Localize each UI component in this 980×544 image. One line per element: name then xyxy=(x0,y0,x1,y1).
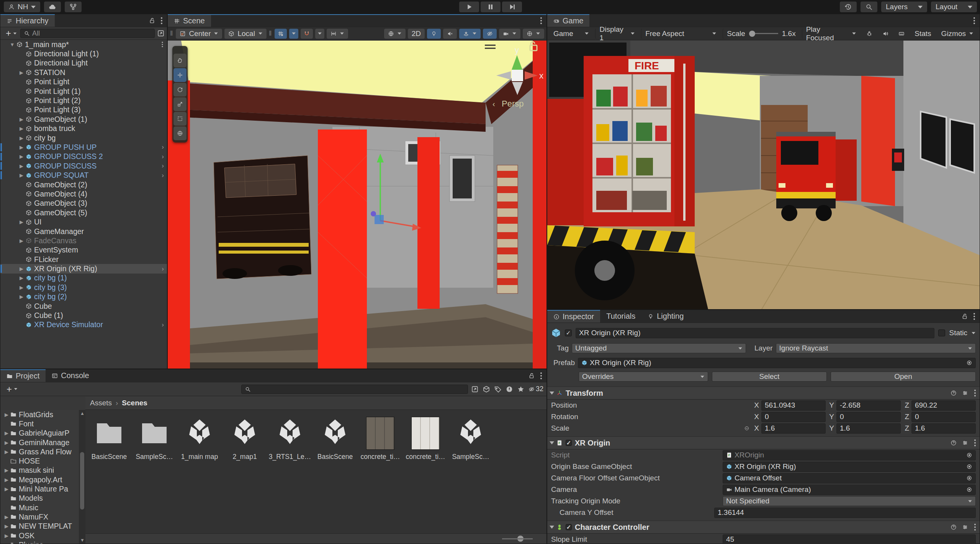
tab-hierarchy[interactable]: Hierarchy xyxy=(0,14,55,27)
debug-button[interactable] xyxy=(862,29,876,39)
snap-increment-dropdown[interactable] xyxy=(327,29,348,39)
scale-slider-knob[interactable] xyxy=(749,31,755,37)
rotation-x-field[interactable]: 0 xyxy=(761,412,826,422)
focus-mode-dropdown[interactable]: Play Focused xyxy=(802,29,861,39)
preset-icon[interactable] xyxy=(962,440,968,446)
project-folder-models[interactable]: Models xyxy=(0,494,79,503)
hierarchy-item[interactable]: ▶city bg xyxy=(0,133,167,143)
hierarchy-item[interactable]: ▶bomba truck xyxy=(0,124,167,133)
expand-arrow-icon[interactable]: ▶ xyxy=(3,533,10,539)
component-enabled-checkbox[interactable]: ✓ xyxy=(566,524,572,530)
project-folder-hose[interactable]: HOSE xyxy=(0,456,79,465)
scene-audio-toggle[interactable] xyxy=(443,29,457,39)
project-folder-new-templat[interactable]: ▶NEW TEMPLAT xyxy=(0,522,79,531)
fold-arrow-icon[interactable] xyxy=(550,392,554,395)
favorites-icon[interactable] xyxy=(517,385,525,393)
hierarchy-item[interactable]: ▶STATION xyxy=(0,68,167,77)
scene-menu-button[interactable] xyxy=(540,16,543,25)
expand-arrow-icon[interactable]: ▶ xyxy=(17,116,26,122)
asset-texture-light[interactable]: concrete_ti… xyxy=(407,417,444,461)
asset-texture-dark[interactable]: concrete_ti… xyxy=(362,417,399,461)
project-folder-namufx[interactable]: ▶NamuFX xyxy=(0,512,79,521)
game-target-dropdown[interactable]: Game xyxy=(550,29,593,39)
tab-lighting[interactable]: Lighting xyxy=(641,310,690,323)
expand-arrow-icon[interactable]: ▶ xyxy=(17,172,26,178)
object-field[interactable]: XR Origin (XR Rig) xyxy=(723,462,976,472)
expand-arrow-icon[interactable]: ▶ xyxy=(3,486,10,492)
game-audio-toggle[interactable] xyxy=(879,29,892,39)
tab-game[interactable]: Game xyxy=(547,14,589,27)
prefab-select-button[interactable]: Select xyxy=(712,372,827,382)
snap-toggle[interactable] xyxy=(301,29,313,39)
tab-scene[interactable]: Scene xyxy=(168,14,211,27)
object-picker-icon[interactable] xyxy=(966,452,972,458)
scene-viewport[interactable]: y x Persp ‹ xyxy=(168,41,546,369)
expand-arrow-icon[interactable]: ▶ xyxy=(3,430,10,436)
expand-arrow-icon[interactable]: ▶ xyxy=(3,440,10,446)
object-field[interactable]: Camera Offset xyxy=(723,473,976,483)
expand-arrow-icon[interactable]: ▶ xyxy=(3,449,10,455)
component-menu-button[interactable] xyxy=(973,389,977,397)
hierarchy-item[interactable]: FLicker xyxy=(0,255,167,264)
hierarchy-item[interactable]: Directional Light xyxy=(0,59,167,68)
asset-folder[interactable]: BasicScene xyxy=(91,417,128,461)
object-picker-icon[interactable] xyxy=(966,487,972,493)
layout-dropdown[interactable]: Layout xyxy=(931,2,977,12)
view-tool-button[interactable] xyxy=(173,54,187,67)
gizmos-dropdown[interactable] xyxy=(523,29,544,39)
hierarchy-item[interactable]: ▶UI xyxy=(0,217,167,226)
component-menu-button[interactable] xyxy=(973,523,977,531)
object-picker-icon[interactable] xyxy=(966,464,972,470)
hidden-count-badge[interactable]: 32 xyxy=(528,385,543,393)
cloud-button[interactable] xyxy=(44,2,61,12)
expand-arrow-icon[interactable]: ▶ xyxy=(17,219,26,225)
asset-label-icon[interactable] xyxy=(494,385,502,393)
tab-inspector[interactable]: Inspector xyxy=(547,310,600,323)
display-dropdown[interactable]: Display 1 xyxy=(595,29,639,39)
2d-toggle[interactable]: 2D xyxy=(408,29,425,39)
scene-options-button[interactable] xyxy=(161,41,164,48)
project-folder-geminimanage[interactable]: ▶GeminiManage xyxy=(0,438,79,447)
pause-button[interactable] xyxy=(481,2,501,12)
hierarchy-item[interactable]: XR Device Simulator› xyxy=(0,320,167,329)
hierarchy-item[interactable]: Directional Light (1) xyxy=(0,49,167,58)
log-type-icon[interactable] xyxy=(506,385,513,393)
aspect-dropdown[interactable]: Free Aspect xyxy=(641,29,720,39)
hierarchy-item[interactable]: Cube (1) xyxy=(0,311,167,320)
layer-dropdown[interactable]: Ignore Raycast xyxy=(776,343,976,353)
prefab-chevron-icon[interactable]: › xyxy=(162,143,164,151)
hierarchy-item[interactable]: ▶city bg (2) xyxy=(0,292,167,301)
game-menu-button[interactable] xyxy=(973,16,976,25)
inspector-menu-button[interactable] xyxy=(973,312,976,321)
prefab-object-field[interactable]: XR Origin (XR Rig) xyxy=(578,358,976,368)
tag-dropdown[interactable]: Untagged xyxy=(572,343,746,353)
lock-icon[interactable] xyxy=(961,313,968,320)
tool-handle-pivot-dropdown[interactable]: Center xyxy=(176,29,222,39)
tab-console[interactable]: Console xyxy=(46,369,95,382)
expand-arrow-icon[interactable]: ▶ xyxy=(3,412,10,418)
asset-scene[interactable]: BasicScene xyxy=(317,417,353,461)
expand-arrow-icon[interactable]: ▶ xyxy=(17,266,26,272)
asset-scene[interactable]: 1_main map xyxy=(181,417,218,461)
hierarchy-item[interactable]: ▶FadeCanvas xyxy=(0,236,167,245)
grid-visibility-toggle[interactable] xyxy=(275,29,287,39)
fold-arrow-icon[interactable] xyxy=(550,441,554,444)
tool-handle-rotation-dropdown[interactable]: Local xyxy=(224,29,266,39)
stats-toggle[interactable]: Stats xyxy=(911,29,935,39)
account-button[interactable]: NH xyxy=(4,2,40,12)
hierarchy-menu-button[interactable] xyxy=(160,16,163,25)
asset-scene[interactable]: 2_map1 xyxy=(226,417,263,461)
component-menu-button[interactable] xyxy=(973,439,977,447)
draw-mode-dropdown[interactable] xyxy=(384,29,406,39)
undo-history-button[interactable] xyxy=(840,2,857,12)
folder-tree-scrollbar[interactable]: ▲ ▼ xyxy=(79,410,85,544)
input-field[interactable]: 1.36144 xyxy=(714,508,976,518)
grid-visibility-dropdown[interactable] xyxy=(289,29,298,39)
breadcrumb-current[interactable]: Scenes xyxy=(122,399,147,407)
preset-icon[interactable] xyxy=(962,390,968,396)
component-enabled-checkbox[interactable]: ✓ xyxy=(566,440,572,446)
scale-slider[interactable]: Scale 1.6x xyxy=(723,29,799,39)
rect-tool-button[interactable] xyxy=(173,112,187,126)
scroll-up-arrow[interactable]: ▲ xyxy=(80,411,85,416)
static-checkbox[interactable] xyxy=(938,329,945,336)
